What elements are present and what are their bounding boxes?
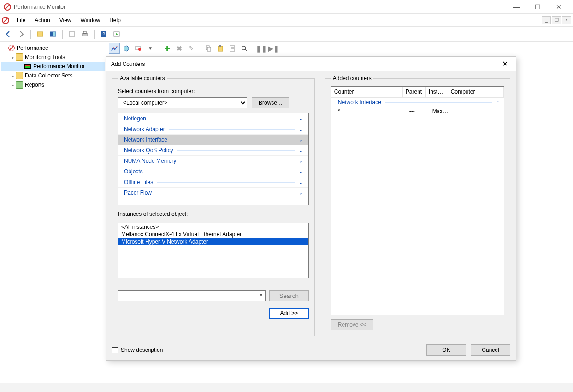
highlight-button[interactable]: ✎ (186, 43, 197, 54)
menu-window[interactable]: Window (76, 15, 105, 25)
counter-category-row[interactable]: Network Interface⌄ (118, 135, 308, 145)
chevron-down-icon[interactable]: ⌄ (299, 148, 303, 154)
svg-rect-4 (83, 33, 87, 36)
view-3d-button[interactable] (121, 43, 132, 54)
available-counters-list[interactable]: Netlogon⌄Network Adapter⌄Network Interfa… (118, 113, 309, 205)
chevron-down-icon[interactable]: ⌄ (299, 169, 303, 175)
show-description-checkbox[interactable] (112, 347, 118, 353)
menu-action[interactable]: Action (30, 15, 54, 25)
remove-button[interactable]: Remove << (331, 319, 373, 330)
nav-label: Monitoring Tools (25, 54, 65, 60)
show-hide-tree-button[interactable] (35, 29, 46, 40)
app-icon-small (2, 17, 9, 24)
show-hide-action-button[interactable] (47, 29, 59, 40)
tree-collapse-icon[interactable]: ▾ (9, 55, 16, 60)
export-button[interactable] (66, 29, 77, 40)
chevron-down-icon[interactable]: ⌄ (299, 116, 303, 122)
status-bar (0, 383, 573, 392)
add-button[interactable]: Add >> (269, 308, 309, 319)
added-counters-group: Added counters Counter Parent Inst… Comp… (325, 75, 510, 336)
nav-performance[interactable]: Performance (1, 43, 105, 53)
display-type-button[interactable] (133, 43, 144, 54)
display-dropdown-button[interactable]: ▼ (145, 43, 156, 54)
nav-performance-monitor[interactable]: Performance Monitor (1, 62, 105, 71)
search-input[interactable]: ▾ (118, 290, 266, 301)
tree-expand-icon[interactable]: ▸ (9, 73, 16, 78)
toolbar-separator (282, 44, 282, 53)
instances-list[interactable]: <All instances>Mellanox ConnectX-4 Lx Vi… (118, 223, 309, 278)
freeze-button[interactable]: ❚❚ (256, 43, 267, 54)
counter-category-row[interactable]: Netlogon⌄ (118, 113, 308, 124)
zoom-button[interactable] (239, 43, 250, 54)
instances-hscrollbar[interactable] (118, 278, 309, 285)
tree-expand-icon[interactable]: ▸ (9, 83, 16, 88)
delete-counter-button[interactable]: ✖ (174, 43, 185, 54)
mdi-restore-button[interactable]: ❐ (552, 16, 561, 24)
chevron-down-icon[interactable]: ⌄ (299, 190, 303, 196)
navigation-tree[interactable]: Performance ▾ Monitoring Tools Performan… (0, 42, 106, 383)
counter-category-row[interactable]: Network QoS Policy⌄ (118, 145, 308, 156)
properties-button[interactable] (227, 43, 238, 54)
col-parent[interactable]: Parent (403, 87, 426, 97)
browse-button[interactable]: Browse… (252, 97, 289, 108)
added-counters-table[interactable]: Counter Parent Inst… Computer Network In… (331, 86, 504, 315)
update-button[interactable]: ▶❚ (268, 43, 279, 54)
counter-category-row[interactable]: Pacer Flow⌄ (118, 188, 308, 198)
col-instance[interactable]: Inst… (426, 87, 448, 97)
help-button[interactable]: ? (98, 29, 109, 40)
add-counter-button[interactable]: ✚ (162, 43, 173, 54)
chevron-down-icon[interactable]: ⌄ (299, 179, 303, 185)
instance-row[interactable]: Microsoft Hyper-V Network Adapter (118, 238, 308, 245)
menu-help[interactable]: Help (105, 15, 125, 25)
counter-category-row[interactable]: NUMA Node Memory⌄ (118, 156, 308, 166)
counter-category-row[interactable]: Network Adapter⌄ (118, 124, 308, 135)
print-button[interactable] (79, 29, 90, 40)
dialog-close-button[interactable]: ✕ (498, 58, 511, 71)
search-button[interactable]: Search (269, 290, 309, 301)
group-divider (385, 102, 492, 103)
paste-button[interactable] (215, 43, 226, 54)
chevron-down-icon[interactable]: ⌄ (299, 137, 303, 143)
counter-category-row[interactable]: Objects⌄ (118, 166, 308, 177)
folder-icon (16, 72, 23, 79)
col-computer[interactable]: Computer (448, 87, 504, 97)
cancel-button[interactable]: Cancel (471, 344, 510, 356)
counter-category-label: Network QoS Policy (124, 147, 173, 154)
nav-label: Performance Monitor (33, 63, 85, 70)
forward-button[interactable] (16, 29, 27, 40)
ok-button[interactable]: OK (426, 344, 466, 356)
minimize-button[interactable]: — (506, 0, 527, 14)
nav-monitoring-tools[interactable]: ▾ Monitoring Tools (1, 53, 105, 62)
menubar: File Action View Window Help _ ❐ × (0, 14, 573, 27)
menu-view[interactable]: View (55, 15, 76, 25)
col-counter[interactable]: Counter (331, 87, 403, 97)
row-divider (171, 140, 295, 140)
chevron-up-icon[interactable]: ⌃ (496, 100, 500, 106)
back-button[interactable] (3, 29, 14, 40)
menu-file[interactable]: File (12, 15, 30, 25)
added-counter-row[interactable]: * --- Micr… (331, 107, 504, 115)
instance-row[interactable]: <All instances> (118, 223, 308, 231)
toolbar-separator (94, 30, 95, 39)
chevron-down-icon[interactable]: ⌄ (299, 126, 303, 132)
mdi-close-button[interactable]: × (562, 16, 571, 24)
added-instance-cell: Micr… (432, 108, 455, 114)
mdi-minimize-button[interactable]: _ (542, 16, 551, 24)
counter-category-row[interactable]: Offline Files⌄ (118, 177, 308, 188)
row-divider (157, 182, 295, 183)
added-legend: Added counters (331, 75, 373, 82)
maximize-button[interactable]: ☐ (527, 0, 548, 14)
chevron-down-icon[interactable]: ⌄ (299, 158, 303, 164)
nav-data-collector-sets[interactable]: ▸ Data Collector Sets (1, 71, 105, 80)
added-group-row[interactable]: Network Interface ⌃ (331, 98, 504, 107)
copy-button[interactable] (203, 43, 214, 54)
counter-category-label: Offline Files (124, 179, 153, 185)
instance-row[interactable]: Mellanox ConnectX-4 Lx Virtual Ethernet … (118, 231, 308, 238)
close-button[interactable]: ✕ (548, 0, 569, 14)
computer-select[interactable]: <Local computer> (118, 97, 247, 108)
new-window-button[interactable] (111, 29, 122, 40)
nav-reports[interactable]: ▸ Reports (1, 80, 105, 89)
toolbar-separator (200, 44, 200, 53)
view-graph-button[interactable] (109, 43, 120, 54)
added-group-label: Network Interface (338, 99, 381, 106)
